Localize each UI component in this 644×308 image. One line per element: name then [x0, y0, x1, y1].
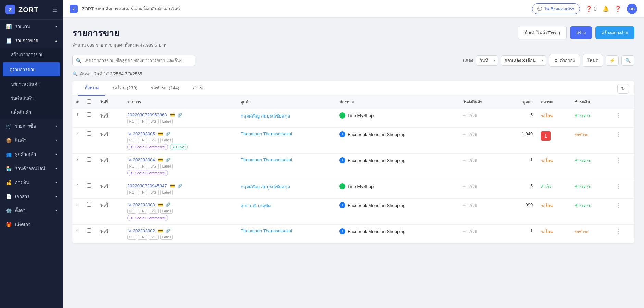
- help-count-button[interactable]: ❓ 0: [585, 5, 597, 12]
- select-all-checkbox[interactable]: [87, 99, 91, 104]
- sidebar-item-reports[interactable]: 📊 รายงาน ▾: [0, 20, 63, 34]
- more-button[interactable]: ⋮: [616, 229, 621, 234]
- date-filter-select[interactable]: วันที่: [476, 55, 498, 66]
- row-checkbox-cell: [83, 180, 96, 199]
- link-icon[interactable]: 🔗: [165, 202, 171, 207]
- sidebar-item-purchase[interactable]: 🛒 รายการซื้อ ▾: [0, 119, 63, 133]
- order-id-link[interactable]: IV-202203004: [127, 157, 155, 162]
- customer-name-link[interactable]: จุฑามณี เกตุทัต: [241, 203, 271, 208]
- payment-status[interactable]: รอชำระ: [574, 229, 588, 234]
- sidebar-item-products[interactable]: 📦 สินค้า ▾: [0, 133, 63, 147]
- customer-name-link[interactable]: Thanatpun Thanasetsakul: [241, 228, 292, 233]
- sidebar-item-shipping[interactable]: บริการส่งสินค้า: [0, 77, 63, 91]
- filter-button[interactable]: ⚙ ตัวกรอง: [549, 54, 580, 67]
- status-badge[interactable]: รอโอน: [541, 158, 553, 163]
- more-button[interactable]: ⋮: [616, 158, 621, 163]
- row-value: 999: [505, 199, 537, 225]
- badge-social: 🏷 Social Commerce: [127, 144, 168, 150]
- more-button[interactable]: ⋮: [616, 132, 621, 137]
- row-checkbox[interactable]: [87, 202, 91, 207]
- customer-name-link[interactable]: Thanatpun Thanasetsakul: [241, 157, 292, 162]
- user-avatar[interactable]: BB: [627, 4, 637, 14]
- customer-name-link[interactable]: กฤตศณิญ สมบูรณ์ชัยสกุล: [241, 113, 290, 119]
- ship-edit-label[interactable]: แก้ไข: [467, 183, 477, 189]
- create-button[interactable]: สร้าง: [570, 26, 592, 39]
- search-input[interactable]: [72, 55, 195, 66]
- filter-bar: 🔍 แสดง วันที่ ย้อนหลัง 3 เดือน ⚙ ตั: [72, 54, 634, 67]
- status-badge[interactable]: รอโอน: [541, 203, 553, 208]
- row-checkbox[interactable]: [87, 112, 91, 117]
- row-checkbox[interactable]: [87, 131, 91, 136]
- order-id-link[interactable]: 2022030720953868: [127, 112, 167, 118]
- more-button[interactable]: ⋮: [616, 202, 621, 208]
- search-icon-button[interactable]: 🔍: [621, 55, 634, 66]
- tab-success[interactable]: สำเร็จ: [186, 81, 212, 96]
- link-icon[interactable]: 🔗: [177, 184, 182, 188]
- help-button[interactable]: ❓: [615, 5, 621, 12]
- edit-icon[interactable]: ✏: [463, 132, 466, 137]
- ship-edit-label[interactable]: แก้ไข: [467, 202, 477, 208]
- notification-button[interactable]: 🔔: [602, 5, 609, 12]
- order-id-link[interactable]: 2022030720945347: [127, 183, 167, 188]
- edit-icon[interactable]: ✏: [463, 229, 466, 234]
- sidebar-item-package[interactable]: 🎁 แพ็คเกจ: [0, 218, 63, 232]
- customer-name-link[interactable]: กฤตศณิญ สมบูรณ์ชัยสกุล: [241, 184, 290, 189]
- import-button[interactable]: นำเข้าไฟล์ (Excel): [518, 26, 567, 39]
- order-id-link[interactable]: IV-202203005: [127, 131, 155, 136]
- trial-button[interactable]: 💬 โซเชียลคอมเมิร์ซ: [532, 3, 580, 14]
- status-badge[interactable]: รอโอน: [541, 113, 553, 118]
- order-badge: Label: [160, 235, 173, 240]
- payment-status: ชำระครบ: [574, 113, 591, 118]
- sidebar-item-finance[interactable]: 💰 การเงิน ▾: [0, 175, 63, 189]
- row-value: 1,049: [505, 128, 537, 154]
- payment-status[interactable]: รอชำระ: [574, 132, 588, 137]
- more-button[interactable]: ⋮: [616, 113, 621, 119]
- refresh-button[interactable]: ↻: [617, 84, 629, 94]
- customer-name-link[interactable]: Thanatpun Thanasetsakul: [241, 131, 292, 136]
- ship-edit-label[interactable]: แก้ไข: [467, 131, 477, 137]
- order-id-link[interactable]: IV-202203002: [127, 228, 155, 233]
- status-badge[interactable]: สำเร็จ: [541, 184, 552, 189]
- ship-edit-label[interactable]: แก้ไข: [467, 157, 477, 163]
- tab-pending[interactable]: รอโอน (239): [105, 81, 144, 96]
- sidebar-item-return[interactable]: รับคืนสินค้า: [0, 91, 63, 105]
- edit-icon[interactable]: ✏: [463, 184, 466, 189]
- link-icon[interactable]: 🔗: [165, 229, 171, 233]
- row-customer: กฤตศณิญ สมบูรณ์ชัยสกุล: [237, 109, 335, 128]
- row-payment: รอชำระ: [570, 225, 612, 244]
- edit-icon[interactable]: ✏: [463, 113, 466, 118]
- order-badge: B/G: [149, 190, 159, 195]
- filter-icon-button[interactable]: ⚡: [606, 55, 619, 66]
- row-checkbox[interactable]: [87, 183, 91, 188]
- mode-button[interactable]: โหมด: [583, 54, 603, 67]
- order-id-link[interactable]: IV-202203003: [127, 202, 155, 207]
- edit-icon[interactable]: ✏: [463, 158, 466, 163]
- sidebar-item-online-store[interactable]: 🏪 ร้านค้าออนไลน์ ▾: [0, 161, 63, 175]
- row-shipdate: ✏ แก้ไข: [458, 180, 505, 199]
- ship-edit-label[interactable]: แก้ไข: [467, 112, 477, 119]
- link-icon[interactable]: 🔗: [177, 113, 182, 118]
- sidebar-item-view-sales[interactable]: ดูรายการขาย: [3, 62, 60, 76]
- sidebar-item-sales[interactable]: 🧾 รายการขาย ▴: [0, 34, 63, 48]
- edit-icon[interactable]: ✏: [463, 203, 466, 208]
- sidebar-item-customers[interactable]: 👥 ลูกค้า/คู่ค้า ▾: [0, 147, 63, 161]
- create-easy-button[interactable]: สร้างอย่างง่าย: [595, 26, 634, 39]
- tab-waiting[interactable]: รอชำระ: (144): [144, 81, 186, 96]
- status-badge[interactable]: รอโอน: [541, 229, 553, 234]
- tab-all[interactable]: ทั้งหมด: [78, 81, 105, 96]
- sidebar-item-documents[interactable]: 📄 เอกสาร ▾: [0, 189, 63, 204]
- sidebar-item-settings[interactable]: ⚙️ ตั้งค่า ▾: [0, 204, 63, 218]
- hamburger-icon[interactable]: ☰: [52, 7, 57, 13]
- period-filter-select[interactable]: ย้อนหลัง 3 เดือน: [501, 55, 546, 66]
- row-checkbox[interactable]: [87, 228, 91, 233]
- row-checkbox[interactable]: [87, 157, 91, 162]
- row-value: 1: [505, 225, 537, 244]
- row-channel: f Facebook Meridian Shopping: [335, 225, 458, 244]
- ship-edit-label[interactable]: แก้ไข: [467, 228, 477, 234]
- more-button[interactable]: ⋮: [616, 184, 621, 189]
- row-status: รอโอน: [537, 199, 570, 225]
- sidebar-item-pack[interactable]: แพ็คสินค้า: [0, 105, 63, 119]
- link-icon[interactable]: 🔗: [165, 158, 171, 162]
- link-icon[interactable]: 🔗: [165, 132, 171, 136]
- sidebar-item-create-sale[interactable]: สร้างรายการขาย: [0, 48, 63, 62]
